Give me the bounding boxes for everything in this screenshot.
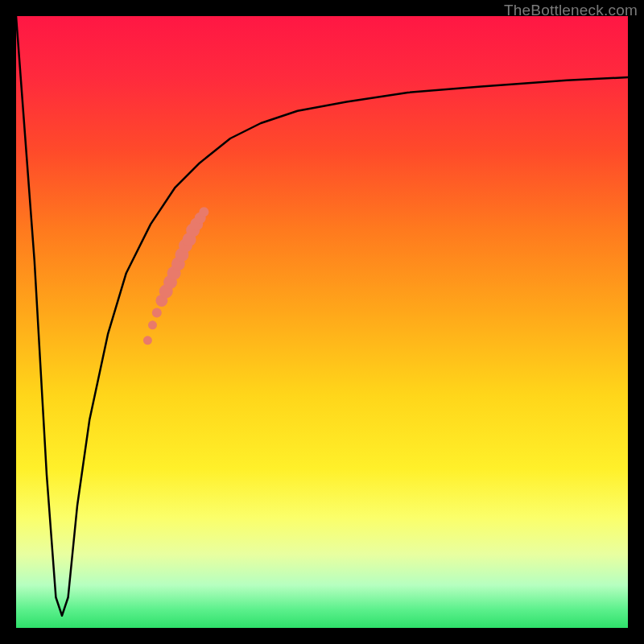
bottleneck-curve — [16, 16, 628, 616]
highlight-dot — [199, 207, 208, 217]
watermark-text: TheBottleneck.com — [504, 2, 638, 19]
highlight-dots-group — [143, 207, 208, 345]
highlight-dot — [148, 320, 157, 329]
chart-frame: TheBottleneck.com — [0, 0, 644, 644]
plot-svg — [16, 16, 628, 628]
highlight-dot — [143, 336, 152, 345]
highlight-dot — [152, 308, 162, 318]
plot-area — [16, 16, 628, 628]
